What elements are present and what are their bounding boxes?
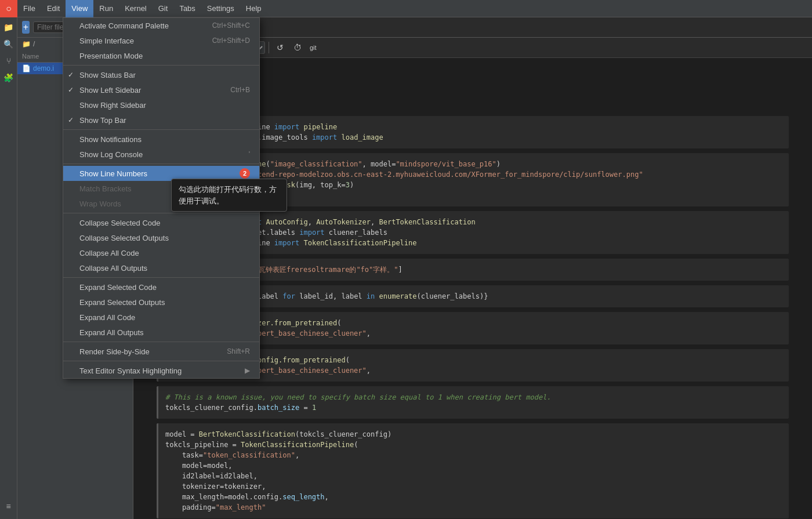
menu-git[interactable]: Git — [153, 0, 174, 17]
submenu-arrow-icon: ▶ — [245, 366, 250, 375]
shortcut-label: Ctrl+Shift+C — [212, 21, 250, 30]
menu-label: Collapse All Outputs — [79, 264, 147, 273]
menu-label: Show Right Sidebar — [79, 101, 146, 110]
menu-label: Collapse Selected Code — [79, 219, 160, 227]
menu-run[interactable]: Run — [93, 0, 119, 17]
menu-label: Expand Selected Outputs — [79, 298, 165, 307]
menu-collapse-selected-code[interactable]: Collapse Selected Code — [63, 215, 259, 230]
menu-expand-all-outputs[interactable]: Expand All Outputs — [63, 325, 259, 340]
menu-label: Presentation Mode — [79, 52, 143, 60]
menu-show-left-sidebar[interactable]: ✓ Show Left Sidebar Ctrl+B — [63, 82, 259, 97]
menu-label: Collapse Selected Outputs — [79, 234, 169, 242]
menu-settings[interactable]: Settings — [201, 0, 240, 17]
file-name: demo.i — [33, 64, 54, 72]
menu-collapse-all-code[interactable]: Collapse All Code — [63, 245, 259, 260]
separator-6 — [63, 342, 259, 342]
code-block-8[interactable]: # This is a known issue, you need to spe… — [157, 386, 789, 419]
file-icon: 📄 — [22, 64, 31, 72]
menu-label: Render Side-by-Side — [79, 347, 150, 356]
left-sidebar: 📁 🔍 ⑂ 🧩 ≡ — [0, 17, 17, 519]
menu-show-log-console[interactable]: Show Log Console ' — [63, 147, 259, 162]
menu-tabs[interactable]: Tabs — [173, 0, 201, 17]
separator-5 — [63, 277, 259, 278]
restart-kernel-button[interactable]: ↺ — [273, 40, 288, 55]
menu-text-editor-syntax-highlighting[interactable]: Text Editor Syntax Highlighting ▶ — [63, 363, 259, 378]
separator-1 — [63, 65, 259, 66]
menu-label: Match Brackets — [79, 184, 132, 193]
separator-3 — [63, 164, 259, 164]
check-icon: ✓ — [68, 116, 74, 124]
menu-edit[interactable]: Edit — [41, 0, 66, 17]
menu-label: Expand All Code — [79, 313, 135, 322]
toolbar-divider-2 — [269, 42, 269, 53]
new-file-button[interactable]: + — [22, 21, 30, 34]
sidebar-icon-folder[interactable]: 📁 — [2, 20, 16, 34]
menu-label: Activate Command Palette — [79, 21, 169, 30]
menu-show-top-bar[interactable]: ✓ Show Top Bar — [63, 112, 259, 128]
check-icon: ✓ — [68, 86, 74, 94]
menu-label: Show Status Bar — [79, 71, 136, 79]
menu-expand-selected-code[interactable]: Expand Selected Code — [63, 280, 259, 295]
code-block-9[interactable]: model = BertTokenClassification(tokcls_c… — [157, 423, 789, 518]
menu-show-right-sidebar[interactable]: Show Right Sidebar — [63, 97, 259, 112]
menu-expand-selected-outputs[interactable]: Expand Selected Outputs — [63, 295, 259, 310]
menu-show-notifications[interactable]: Show Notifications — [63, 132, 259, 147]
time-button[interactable]: ⏱ — [290, 40, 305, 55]
menu-file[interactable]: File — [17, 0, 41, 17]
shortcut-label: Ctrl+B — [230, 86, 250, 94]
badge-2: 2 — [240, 168, 250, 179]
menu-activate-command-palette[interactable]: Activate Command Palette Ctrl+Shift+C — [63, 18, 259, 33]
menu-label: Show Left Sidebar — [79, 86, 141, 95]
menu-label: Show Notifications — [79, 135, 142, 144]
sidebar-icon-toc[interactable]: ≡ — [2, 499, 16, 513]
menu-collapse-all-outputs[interactable]: Collapse All Outputs — [63, 260, 259, 275]
menu-label: Text Editor Syntax Highlighting — [79, 366, 182, 375]
menu-presentation-mode[interactable]: Presentation Mode — [63, 48, 259, 63]
menu-label: Wrap Words — [79, 199, 121, 208]
console-quote: ' — [249, 150, 250, 158]
menu-label: Expand Selected Code — [79, 283, 157, 292]
check-icon: ✓ — [68, 71, 74, 79]
shortcut-label: Ctrl+Shift+D — [212, 37, 250, 45]
app-logo: ○ — [0, 0, 17, 17]
folder-icon: 📁 — [22, 40, 31, 48]
sidebar-icon-search[interactable]: 🔍 — [2, 37, 16, 51]
sidebar-icon-git[interactable]: ⑂ — [2, 54, 16, 68]
separator-7 — [63, 361, 259, 361]
shortcut-label: Shift+R — [227, 347, 250, 355]
path-label: / — [33, 40, 35, 48]
menu-simple-interface[interactable]: Simple Interface Ctrl+Shift+D — [63, 33, 259, 48]
menu-view[interactable]: View — [66, 0, 93, 17]
menu-label: Collapse All Code — [79, 249, 139, 257]
menu-label: Simple Interface — [79, 37, 134, 45]
menu-label: Show Top Bar — [79, 116, 126, 125]
menu-label: Expand All Outputs — [79, 328, 144, 337]
separator-2 — [63, 129, 259, 130]
tooltip-text: 勾选此功能打开代码行数，方便用于调试。 — [179, 185, 277, 205]
menu-label: Show Line Numbers — [79, 169, 147, 178]
menu-bar: ○ File Edit View Run Kernel Git Tabs Set… — [0, 0, 812, 17]
menu-render-side-by-side[interactable]: Render Side-by-Side Shift+R — [63, 344, 259, 359]
git-button[interactable]: git — [307, 40, 319, 55]
sidebar-icon-extensions[interactable]: 🧩 — [2, 71, 16, 85]
menu-show-status-bar[interactable]: ✓ Show Status Bar — [63, 67, 259, 82]
menu-help[interactable]: Help — [240, 0, 267, 17]
menu-label: Show Log Console — [79, 150, 143, 159]
menu-kernel[interactable]: Kernel — [119, 0, 153, 17]
tooltip-box: 勾选此功能打开代码行数，方便用于调试。 — [171, 179, 287, 212]
menu-expand-all-code[interactable]: Expand All Code — [63, 310, 259, 325]
menu-collapse-selected-outputs[interactable]: Collapse Selected Outputs — [63, 230, 259, 245]
separator-4 — [63, 213, 259, 213]
